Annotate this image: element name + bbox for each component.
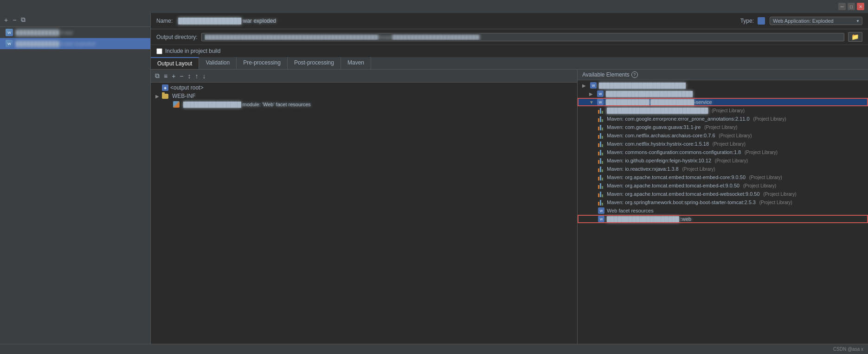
tree-btn-2[interactable]: ≡ xyxy=(162,71,169,81)
arrow-web-inf: ▶ xyxy=(154,94,160,99)
lib10-label: Maven: org.apache.tomcat.embed:tomcat-em… xyxy=(607,191,760,197)
sidebar-item-label-war-exploded: ████████████ b:war exploded xyxy=(16,41,95,46)
web-module-label: ████████████████ module: 'Web' facet res… xyxy=(183,102,311,107)
tab-maven[interactable]: Maven xyxy=(341,57,371,69)
lib7-label: Maven: io.reactivex:rxjava:1.3.8 xyxy=(607,166,679,172)
sidebar-item-war-exploded[interactable]: W ████████████ b:war exploded xyxy=(0,38,150,49)
lib3-label: Maven: com.netflix.archaius:archaius-cor… xyxy=(607,133,715,138)
maven-icon-10 xyxy=(598,191,604,197)
close-button[interactable]: ✕ xyxy=(857,3,864,10)
maven-icon-3 xyxy=(598,132,604,139)
tree-sort-button[interactable]: ↕ xyxy=(186,71,193,81)
avail-lib3[interactable]: Maven: com.netflix.archaius:archaius-cor… xyxy=(578,131,868,140)
module-icon xyxy=(173,101,180,108)
lib7-tag: (Project Library) xyxy=(681,167,715,172)
avail-lib9[interactable]: Maven: org.apache.tomcat.embed:tomcat-em… xyxy=(578,181,868,190)
lib5-tag: (Project Library) xyxy=(743,150,778,155)
tab-pre-processing[interactable]: Pre-processing xyxy=(237,57,288,69)
web-facet-label: Web facet resources xyxy=(607,208,654,213)
avail-lib6[interactable]: Maven: io.github.openfeign:feign-hystrix… xyxy=(578,156,868,165)
lib4-tag: (Project Library) xyxy=(711,142,746,147)
group1-label: ████████████████████████ xyxy=(599,83,686,88)
sidebar-item-war[interactable]: W ████████████ b:war xyxy=(0,27,150,38)
lib2-tag: (Project Library) xyxy=(703,125,737,130)
tree-down-button[interactable]: ↓ xyxy=(201,71,207,81)
tree-content: ◈ <output root> ▶ WEB-INF ██████████████… xyxy=(151,83,577,344)
help-icon[interactable]: ? xyxy=(631,71,638,78)
sidebar-copy-button[interactable]: ⧉ xyxy=(19,15,27,25)
maven-icon-5 xyxy=(598,149,604,155)
web-module-avail-icon: W xyxy=(598,216,604,222)
available-header: Available Elements ? xyxy=(578,70,868,80)
tree-item-output-root[interactable]: ◈ <output root> xyxy=(151,84,577,92)
artifact-icon-war-exploded: W xyxy=(6,40,13,47)
web-module-avail-label: ████████████████████ :web xyxy=(607,216,691,222)
expand-arrow-g1: ▶ xyxy=(582,83,588,88)
lib11-tag: (Project Library) xyxy=(758,200,792,205)
maven-icon-9 xyxy=(598,182,604,189)
lib11-label: Maven: org.springframework.boot:spring-b… xyxy=(607,200,756,205)
sidebar-toolbar: + − ⧉ xyxy=(0,13,150,27)
sidebar-item-label-war: ████████████ b:war xyxy=(16,30,73,35)
lib8-label: Maven: org.apache.tomcat.embed:tomcat-em… xyxy=(607,174,746,180)
available-panel: Available Elements ? ▶ W ███████████████… xyxy=(578,70,868,344)
tab-output-layout[interactable]: Output Layout xyxy=(151,57,199,69)
avail-web-module[interactable]: W ████████████████████ :web xyxy=(578,215,868,223)
maven-icon-1 xyxy=(598,116,604,122)
avail-lib7[interactable]: Maven: io.reactivex:rxjava:1.3.8 (Projec… xyxy=(578,165,868,173)
tab-content: ⧉ ≡ + − ↕ ↑ ↓ ◈ <output root> xyxy=(151,70,868,344)
output-dir-browse-button[interactable]: 📁 xyxy=(848,32,862,42)
type-dropdown-wrapper[interactable]: Web Application: Exploded Web Applicatio… xyxy=(770,17,862,25)
sidebar: + − ⧉ W ████████████ b:war W ███████████… xyxy=(0,13,151,344)
sidebar-remove-button[interactable]: − xyxy=(11,15,18,25)
output-dir-label: Output directory: xyxy=(156,34,198,40)
status-text: CSDN @asa x xyxy=(833,347,863,352)
lib0-tag: (Project Library) xyxy=(710,108,745,113)
avail-lib10[interactable]: Maven: org.apache.tomcat.embed:tomcat-em… xyxy=(578,190,868,198)
avail-service[interactable]: ▼ W ████████████ ████████████-service xyxy=(578,98,868,106)
expand-arrow-g2: ▶ xyxy=(589,91,595,97)
tab-validation[interactable]: Validation xyxy=(199,57,237,69)
minimize-button[interactable]: ─ xyxy=(838,3,846,10)
tree-item-web-module[interactable]: ████████████████ module: 'Web' facet res… xyxy=(151,100,577,109)
lib1-tag: (Project Library) xyxy=(752,116,786,122)
avail-group2[interactable]: ▶ W ████████████████████████ xyxy=(578,90,868,98)
group2-label: ████████████████████████ xyxy=(606,91,693,97)
lib1-label: Maven: com.google.errorprone:error_prone… xyxy=(607,116,750,122)
avail-lib11[interactable]: Maven: org.springframework.boot:spring-b… xyxy=(578,198,868,206)
web-facet-icon: W xyxy=(598,207,604,214)
tab-post-processing[interactable]: Post-processing xyxy=(288,57,341,69)
sidebar-add-button[interactable]: + xyxy=(3,15,9,25)
type-label: Type: xyxy=(740,18,754,24)
maximize-button[interactable]: □ xyxy=(848,3,855,10)
output-root-icon: ◈ xyxy=(162,84,168,91)
type-icon xyxy=(758,17,765,25)
avail-lib0[interactable]: ████████████████████████████ (Project Li… xyxy=(578,106,868,115)
maven-icon-7 xyxy=(598,166,604,172)
avail-group1[interactable]: ▶ W ████████████████████████ xyxy=(578,81,868,90)
avail-web-facet[interactable]: W Web facet resources xyxy=(578,206,868,215)
lib8-tag: (Project Library) xyxy=(748,175,782,180)
avail-lib1[interactable]: Maven: com.google.errorprone:error_prone… xyxy=(578,115,868,123)
artifact-icon-war: W xyxy=(6,29,13,36)
folder-icon-web-inf xyxy=(162,94,168,99)
tree-add-button[interactable]: + xyxy=(170,71,177,81)
type-dropdown[interactable]: Web Application: Exploded Web Applicatio… xyxy=(770,17,862,25)
include-in-build-checkbox[interactable] xyxy=(156,48,162,54)
tree-item-web-inf[interactable]: ▶ WEB-INF xyxy=(151,92,577,100)
avail-lib2[interactable]: Maven: com.google.guava:guava:31.1-jre (… xyxy=(578,123,868,131)
artifact-name-value: ████████████████ war exploded xyxy=(178,18,276,24)
tree-btn-1[interactable]: ⧉ xyxy=(154,71,161,81)
avail-lib5[interactable]: Maven: commons-configuration:commons-con… xyxy=(578,148,868,156)
avail-lib4[interactable]: Maven: com.netflix.hystrix:hystrix-core:… xyxy=(578,140,868,148)
tree-up-button[interactable]: ↑ xyxy=(194,71,200,81)
maven-icon-11 xyxy=(598,199,604,206)
tree-toolbar: ⧉ ≡ + − ↕ ↑ ↓ xyxy=(151,70,577,83)
group2-icon: W xyxy=(597,90,604,97)
available-tree: ▶ W ████████████████████████ ▶ W ███████… xyxy=(578,80,868,344)
avail-lib8[interactable]: Maven: org.apache.tomcat.embed:tomcat-em… xyxy=(578,173,868,181)
group1-icon: W xyxy=(590,82,597,89)
expand-arrow-service: ▼ xyxy=(589,100,595,105)
lib0-label: ████████████████████████████ xyxy=(607,108,708,113)
tree-remove-button[interactable]: − xyxy=(178,71,185,81)
